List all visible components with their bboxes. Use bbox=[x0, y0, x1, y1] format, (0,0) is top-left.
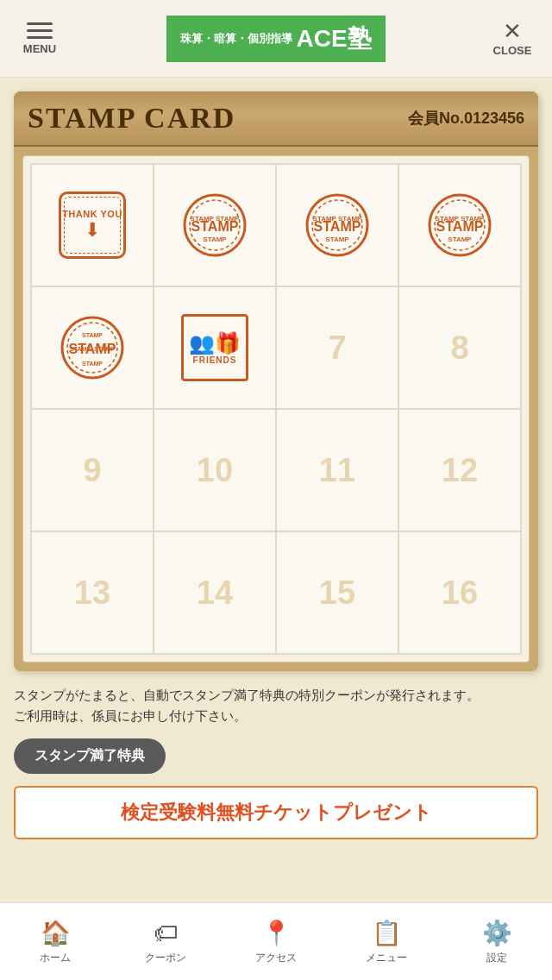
location-icon: 📍 bbox=[261, 919, 292, 947]
hamburger-icon bbox=[27, 22, 53, 39]
svg-text:STAMP: STAMP bbox=[191, 219, 239, 234]
stamp-cell-1: THANK YOU ⬇ bbox=[31, 164, 154, 286]
tag-icon: 🏷 bbox=[154, 919, 178, 947]
stamp-cell-10: 10 bbox=[154, 409, 276, 531]
home-icon: 🏠 bbox=[41, 919, 71, 947]
stamp-grid-wrapper: THANK YOU ⬇ STAMP STAMP STAMP STAMP bbox=[22, 155, 530, 663]
stamp-cell-14: 14 bbox=[154, 531, 276, 654]
nav-access[interactable]: 📍 アクセス bbox=[221, 919, 331, 965]
friends-icon: 👥🎁 bbox=[189, 331, 241, 355]
stamp-card: STAMP CARD 会員No.0123456 THANK YOU ⬇ bbox=[14, 91, 538, 671]
member-number: 会員No.0123456 bbox=[408, 108, 524, 129]
logo-subtitle: 珠算・暗算・個別指導 bbox=[180, 31, 292, 47]
stamp-cell-8: 8 bbox=[398, 286, 521, 409]
close-label: CLOSE bbox=[493, 44, 532, 57]
stamp-number-15: 15 bbox=[319, 575, 355, 612]
close-button[interactable]: ✕ CLOSE bbox=[486, 20, 538, 57]
nav-menu[interactable]: 📋 メニュー bbox=[331, 919, 442, 965]
nav-settings[interactable]: ⚙️ 設定 bbox=[442, 919, 552, 965]
nav-home[interactable]: 🏠 ホーム bbox=[0, 919, 110, 965]
stamp-cell-9: 9 bbox=[31, 409, 154, 531]
nav-coupon-label: クーポン bbox=[145, 951, 186, 965]
ticket-box: 検定受験料無料チケットプレゼント bbox=[14, 786, 538, 839]
stamp-2-icon: STAMP STAMP STAMP STAMP bbox=[181, 192, 248, 259]
stamp-number-9: 9 bbox=[83, 452, 101, 489]
svg-text:STAMP: STAMP bbox=[203, 236, 227, 243]
settings-icon: ⚙️ bbox=[482, 919, 512, 947]
stamp-cell-2: STAMP STAMP STAMP STAMP bbox=[154, 164, 276, 286]
stamp-number-12: 12 bbox=[442, 452, 478, 489]
stamp-card-header: STAMP CARD 会員No.0123456 bbox=[14, 91, 538, 147]
stamp-cell-6: 👥🎁 FRIENDS bbox=[154, 286, 276, 409]
stamp-grid: THANK YOU ⬇ STAMP STAMP STAMP STAMP bbox=[30, 163, 522, 655]
stamp-cell-5: STAMP STAMP STAMP STAMP STAMP bbox=[31, 286, 154, 409]
stamp-4-icon: STAMP STAMP STAMP STAMP bbox=[426, 192, 493, 259]
thank-you-text: THANK YOU bbox=[62, 209, 122, 219]
nav-settings-label: 設定 bbox=[486, 951, 507, 965]
stamp-number-13: 13 bbox=[74, 575, 110, 612]
stamp-cell-12: 12 bbox=[398, 409, 521, 531]
svg-text:STAMP: STAMP bbox=[82, 332, 103, 338]
main-content: STAMP CARD 会員No.0123456 THANK YOU ⬇ bbox=[0, 78, 552, 902]
svg-text:STAMP: STAMP bbox=[448, 236, 472, 243]
logo-brand: ACE塾 bbox=[296, 22, 371, 55]
stamp-number-14: 14 bbox=[197, 575, 233, 612]
friends-stamp: 👥🎁 FRIENDS bbox=[181, 314, 248, 381]
description-text: スタンプがたまると、自動でスタンプ満了特典の特別クーポンが発行されます。 ご利用… bbox=[14, 685, 538, 726]
nav-home-label: ホーム bbox=[40, 951, 71, 965]
description-line1: スタンプがたまると、自動でスタンプ満了特典の特別クーポンが発行されます。 bbox=[14, 688, 480, 702]
stamp-number-16: 16 bbox=[442, 575, 478, 612]
stamp-cell-16: 16 bbox=[398, 531, 521, 654]
description-line2: ご利用時は、係員にお申し付け下さい。 bbox=[14, 708, 247, 723]
stamp-cell-11: 11 bbox=[276, 409, 398, 531]
stamp-card-title: STAMP CARD bbox=[28, 102, 235, 135]
svg-text:STAMP: STAMP bbox=[82, 361, 103, 367]
svg-text:STAMP: STAMP bbox=[69, 342, 116, 356]
ticket-text: 検定受験料無料チケットプレゼント bbox=[121, 801, 432, 823]
thank-you-stamp: THANK YOU ⬇ bbox=[59, 192, 126, 259]
benefit-button[interactable]: スタンプ満了特典 bbox=[14, 738, 166, 774]
download-icon: ⬇ bbox=[85, 219, 100, 242]
stamp-cell-4: STAMP STAMP STAMP STAMP bbox=[398, 164, 521, 286]
logo-box: 珠算・暗算・個別指導 ACE塾 bbox=[166, 16, 385, 62]
stamp-cell-15: 15 bbox=[276, 531, 398, 654]
svg-text:STAMP: STAMP bbox=[436, 219, 484, 234]
bottom-nav: 🏠 ホーム 🏷 クーポン 📍 アクセス 📋 メニュー ⚙️ 設定 bbox=[0, 902, 552, 980]
stamp-cell-3: STAMP STAMP STAMP STAMP bbox=[276, 164, 398, 286]
stamp-3-icon: STAMP STAMP STAMP STAMP bbox=[304, 192, 371, 259]
stamp-number-7: 7 bbox=[328, 330, 346, 367]
menu-button[interactable]: MENU bbox=[14, 22, 66, 55]
stamp-number-11: 11 bbox=[319, 452, 355, 489]
stamp-cell-7: 7 bbox=[276, 286, 398, 409]
stamp-number-10: 10 bbox=[197, 452, 233, 489]
app-logo: 珠算・暗算・個別指導 ACE塾 bbox=[66, 16, 486, 62]
close-icon: ✕ bbox=[503, 20, 522, 42]
stamp-number-8: 8 bbox=[450, 330, 468, 367]
nav-menu-label: メニュー bbox=[366, 951, 407, 965]
menu-label: MENU bbox=[23, 42, 56, 55]
stamp-5-icon: STAMP STAMP STAMP STAMP STAMP bbox=[59, 314, 126, 381]
svg-text:STAMP: STAMP bbox=[325, 236, 349, 243]
stamp-cell-13: 13 bbox=[31, 531, 154, 654]
svg-text:STAMP: STAMP bbox=[314, 219, 361, 234]
nav-access-label: アクセス bbox=[255, 951, 297, 965]
menu-book-icon: 📋 bbox=[372, 919, 402, 947]
header: MENU 珠算・暗算・個別指導 ACE塾 ✕ CLOSE bbox=[0, 0, 552, 78]
nav-coupon[interactable]: 🏷 クーポン bbox=[110, 919, 221, 965]
friends-text: FRIENDS bbox=[193, 355, 237, 365]
